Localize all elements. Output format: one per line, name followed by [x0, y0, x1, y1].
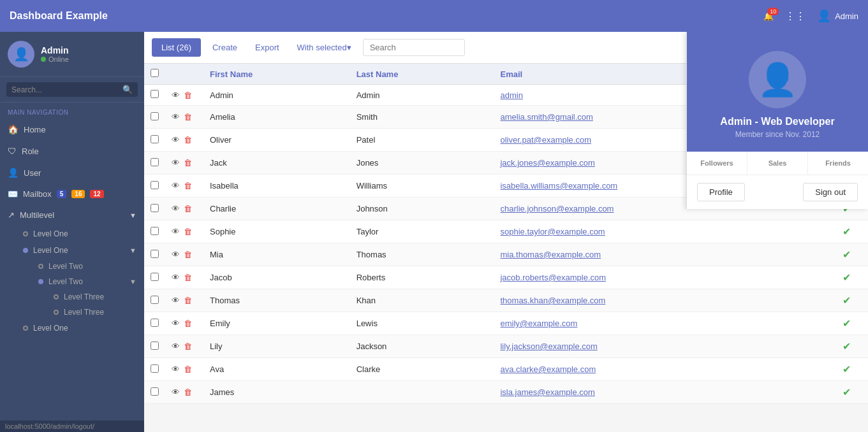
email-link[interactable]: oliver.pat@example.com	[500, 135, 591, 145]
level-one-2-label: Level One	[33, 246, 68, 255]
check-icon: ✔	[842, 226, 851, 237]
delete-icon[interactable]: 🗑	[184, 90, 192, 100]
sidebar-item-level-one-2[interactable]: Level One ▼	[15, 242, 144, 259]
email-link[interactable]: thomas.khan@example.com	[500, 296, 605, 305]
main-wrap: 👤 Admin Online 🔍 MAIN NAVIGATION 🏠 Home …	[0, 32, 868, 432]
row-checkbox[interactable]	[151, 250, 159, 258]
level-three-2-label: Level Three	[64, 308, 104, 317]
view-icon[interactable]: 👁	[172, 204, 180, 213]
view-icon[interactable]: 👁	[172, 90, 180, 100]
export-tab[interactable]: Export	[249, 39, 286, 56]
delete-icon[interactable]: 🗑	[184, 342, 192, 351]
row-checkbox[interactable]	[151, 364, 159, 373]
list-tab[interactable]: List (26)	[152, 38, 201, 57]
view-icon[interactable]: 👁	[172, 227, 180, 236]
circle-active-icon-lt2	[38, 279, 43, 284]
row-email: emily@example.com	[494, 312, 836, 335]
sidebar-item-level-two-1[interactable]: Level Two	[31, 259, 144, 274]
col-last-name[interactable]: Last Name	[350, 64, 494, 85]
sidebar-item-level-two-2[interactable]: Level Two ▼	[31, 274, 144, 289]
view-icon[interactable]: 👁	[172, 135, 180, 145]
signout-button[interactable]: Sign out	[803, 183, 858, 201]
create-tab[interactable]: Create	[206, 39, 244, 56]
row-checkbox[interactable]	[151, 227, 159, 235]
email-link[interactable]: ava.clarke@example.com	[500, 364, 596, 374]
delete-icon[interactable]: 🗑	[184, 112, 192, 122]
email-link[interactable]: admin	[500, 90, 522, 100]
row-checkbox[interactable]	[151, 90, 159, 98]
sidebar-item-role[interactable]: 🛡 Role	[0, 140, 144, 162]
notification-bell[interactable]: 🔔 10	[763, 11, 774, 21]
sidebar-item-multilevel[interactable]: ↗ Multilevel ▼	[0, 205, 144, 226]
row-checkbox[interactable]	[151, 273, 159, 281]
row-check-status: ✔	[836, 381, 868, 404]
email-link[interactable]: isla.james@example.com	[500, 387, 594, 397]
delete-icon[interactable]: 🗑	[184, 135, 192, 145]
view-icon[interactable]: 👁	[172, 158, 180, 168]
delete-icon[interactable]: 🗑	[184, 181, 192, 191]
row-last-name: Khan	[350, 289, 494, 312]
delete-icon[interactable]: 🗑	[184, 227, 192, 236]
sidebar-item-level-three-1[interactable]: Level Three	[46, 289, 144, 305]
view-icon[interactable]: 👁	[172, 342, 180, 351]
email-link[interactable]: lily.jackson@example.com	[500, 342, 597, 351]
view-icon[interactable]: 👁	[172, 181, 180, 191]
view-icon[interactable]: 👁	[172, 273, 180, 282]
delete-icon[interactable]: 🗑	[184, 158, 192, 168]
delete-icon[interactable]: 🗑	[184, 273, 192, 282]
sidebar-item-mailbox[interactable]: ✉️ Mailbox 5 16 12	[0, 184, 144, 205]
email-link[interactable]: mia.thomas@example.com	[500, 250, 601, 259]
view-icon[interactable]: 👁	[172, 112, 180, 122]
delete-icon[interactable]: 🗑	[184, 387, 192, 397]
email-link[interactable]: sophie.taylor@example.com	[500, 227, 605, 236]
sidebar-item-home[interactable]: 🏠 Home	[0, 119, 144, 140]
row-checkbox[interactable]	[151, 296, 159, 304]
view-icon[interactable]: 👁	[172, 319, 180, 328]
col-first-name[interactable]: First Name	[203, 64, 350, 85]
row-checkbox[interactable]	[151, 319, 159, 327]
circle-icon-lo3	[23, 326, 28, 331]
email-link[interactable]: amelia.smith@gmail.com	[500, 112, 592, 122]
row-email: ava.clarke@example.com	[494, 358, 836, 381]
email-link[interactable]: isabella.williams@example.com	[500, 181, 617, 191]
sidebar-item-level-one-1[interactable]: Level One	[15, 226, 144, 242]
row-last-name: Patel	[350, 129, 494, 152]
row-checkbox[interactable]	[151, 387, 159, 396]
row-first-name: Sophie	[203, 220, 350, 243]
view-icon[interactable]: 👁	[172, 250, 180, 259]
row-checkbox[interactable]	[151, 112, 159, 120]
row-check-status: ✔	[836, 266, 868, 289]
delete-icon[interactable]: 🗑	[184, 296, 192, 305]
row-checkbox[interactable]	[151, 204, 159, 212]
table-row: 👁 🗑 Jacob Roberts jacob.roberts@example.…	[144, 266, 868, 289]
row-checkbox[interactable]	[151, 135, 159, 143]
sidebar-search-input[interactable]	[11, 85, 122, 94]
sidebar-item-user[interactable]: 👤 User	[0, 162, 144, 184]
row-actions: 👁 🗑	[165, 198, 203, 220]
email-link[interactable]: charlie.johnson@example.com	[500, 204, 614, 213]
view-icon[interactable]: 👁	[172, 387, 180, 397]
view-icon[interactable]: 👁	[172, 296, 180, 305]
view-icon[interactable]: 👁	[172, 364, 180, 374]
email-link[interactable]: jacob.roberts@example.com	[500, 273, 606, 282]
table-search-input[interactable]	[363, 39, 465, 56]
row-check	[144, 220, 165, 243]
email-link[interactable]: emily@example.com	[500, 319, 577, 328]
delete-icon[interactable]: 🗑	[184, 319, 192, 328]
admin-menu[interactable]: 👤 Admin	[817, 9, 858, 23]
with-selected-tab[interactable]: With selected▾	[291, 39, 358, 56]
row-checkbox[interactable]	[151, 181, 159, 189]
level-three-1-label: Level Three	[64, 292, 104, 301]
share-icon[interactable]: ⋮⋮	[785, 10, 805, 22]
profile-button[interactable]: Profile	[697, 183, 745, 201]
delete-icon[interactable]: 🗑	[184, 364, 192, 374]
select-all-checkbox[interactable]	[151, 69, 159, 77]
delete-icon[interactable]: 🗑	[184, 204, 192, 213]
table-row: 👁 🗑 Mia Thomas mia.thomas@example.com ✔	[144, 243, 868, 266]
row-checkbox[interactable]	[151, 158, 159, 166]
sidebar-item-level-three-2[interactable]: Level Three	[46, 305, 144, 320]
sidebar-item-level-one-3[interactable]: Level One	[15, 320, 144, 336]
email-link[interactable]: jack.jones@example.com	[500, 158, 594, 168]
delete-icon[interactable]: 🗑	[184, 250, 192, 259]
row-checkbox[interactable]	[151, 342, 159, 350]
